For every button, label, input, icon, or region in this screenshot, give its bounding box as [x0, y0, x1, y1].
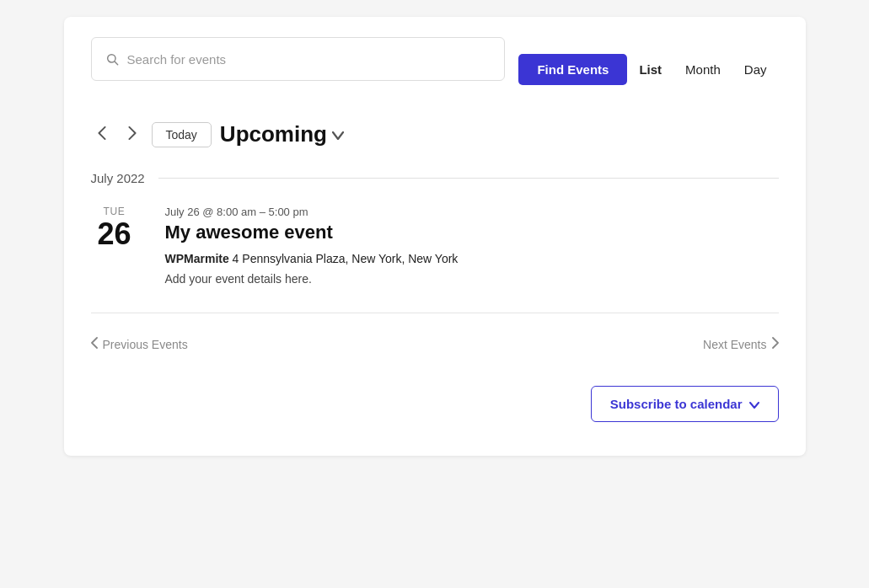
- next-events-label: Next Events: [703, 338, 766, 351]
- event-date-column: TUE 26: [91, 206, 138, 286]
- search-input[interactable]: [127, 52, 491, 67]
- main-container: Find Events List Month Day Today Upcomin…: [64, 17, 806, 456]
- today-button[interactable]: Today: [152, 122, 212, 147]
- prev-arrow-button[interactable]: [91, 123, 113, 146]
- subscribe-chevron-icon: [749, 398, 759, 411]
- prev-arrow-icon: [91, 337, 98, 352]
- event-time: July 26 @ 8:00 am – 5:00 pm: [165, 206, 779, 218]
- event-location-address: 4 Pennsylvania Plaza, New York, New York: [229, 252, 459, 265]
- view-list-button[interactable]: List: [627, 54, 673, 85]
- pagination-bar: Previous Events Next Events: [91, 337, 779, 352]
- event-title[interactable]: My awesome event: [165, 222, 779, 243]
- search-bar: [91, 37, 506, 81]
- calendar-nav: Today Upcoming: [91, 121, 779, 147]
- prev-events-button[interactable]: Previous Events: [91, 337, 188, 352]
- svg-line-1: [115, 61, 118, 65]
- upcoming-chevron-icon: [332, 126, 344, 144]
- prev-events-label: Previous Events: [103, 338, 188, 351]
- section-divider: [91, 313, 779, 313]
- upcoming-text: Upcoming: [220, 121, 327, 147]
- event-details-column: July 26 @ 8:00 am – 5:00 pm My awesome e…: [165, 206, 779, 286]
- event-day-name: TUE: [91, 206, 138, 217]
- view-day-button[interactable]: Day: [732, 54, 779, 85]
- month-separator: July 2022: [91, 171, 779, 185]
- event-item: TUE 26 July 26 @ 8:00 am – 5:00 pm My aw…: [91, 206, 779, 286]
- month-label: July 2022: [91, 171, 145, 185]
- search-icon: [105, 52, 119, 66]
- event-location-name: WPMarmite: [165, 252, 229, 265]
- subscribe-label: Subscribe to calendar: [610, 397, 743, 411]
- event-location: WPMarmite 4 Pennsylvania Plaza, New York…: [165, 252, 779, 265]
- month-divider-line: [158, 178, 779, 179]
- subscribe-to-calendar-button[interactable]: Subscribe to calendar: [591, 386, 779, 422]
- event-day-number: 26: [91, 219, 138, 249]
- view-month-button[interactable]: Month: [673, 54, 732, 85]
- upcoming-dropdown[interactable]: Upcoming: [220, 121, 344, 147]
- next-arrow-icon: [772, 337, 779, 352]
- next-arrow-button[interactable]: [121, 123, 143, 146]
- next-events-button[interactable]: Next Events: [703, 337, 778, 352]
- find-events-button[interactable]: Find Events: [518, 54, 627, 85]
- subscribe-section: Subscribe to calendar: [91, 386, 779, 422]
- event-description: Add your event details here.: [165, 272, 779, 286]
